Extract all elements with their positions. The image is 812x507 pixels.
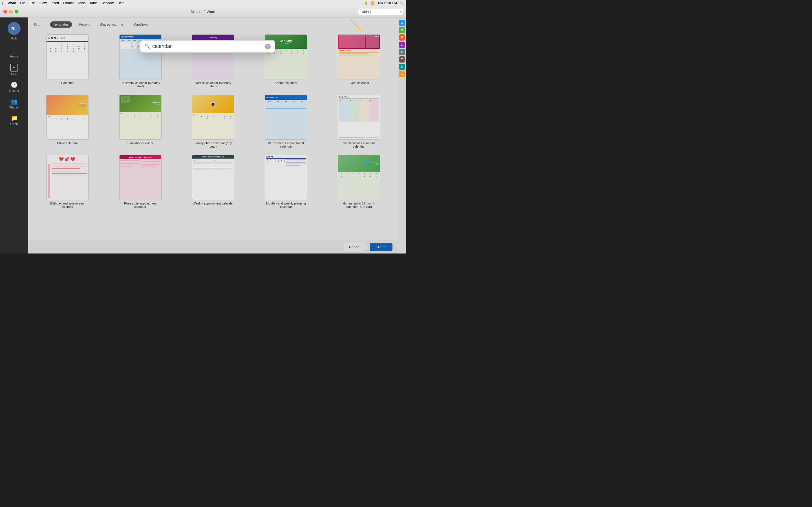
template-name-event: Event calendar	[349, 81, 369, 84]
menubar-help[interactable]: Help	[117, 1, 124, 5]
template-name-small-biz: Small business content calendar	[338, 142, 380, 148]
search-popup: 🔍 ✕	[140, 40, 275, 53]
dock-icon-8[interactable]: ☁	[399, 71, 405, 77]
minimize-button[interactable]	[9, 10, 13, 13]
dock-icon-7[interactable]: S	[399, 64, 405, 70]
open-icon: 📁	[11, 115, 18, 121]
dock-icon-2[interactable]: X	[399, 27, 405, 33]
battery-icon: 🔋	[364, 1, 368, 5]
maximize-button[interactable]	[15, 10, 18, 13]
template-name-rose: Rose suite appointment calendar	[119, 202, 161, 209]
template-name-birthday: Birthday and anniversary calendar	[46, 202, 89, 209]
menubar-view[interactable]: View	[40, 1, 47, 5]
titlebar-search-area: ✕	[358, 9, 403, 15]
titlebar-search-input[interactable]	[358, 9, 403, 15]
template-thumb-snapshot: 🌿 January YEAR Title SMTWTFS 1	[119, 95, 161, 140]
sidebar: RL Rob ⌂ Home + New 🕐 Recent 👥 Shared 📁 …	[0, 17, 28, 253]
menubar-window[interactable]: Window	[101, 1, 114, 5]
content-area: Search: Templates Recent Shared with me …	[28, 17, 398, 253]
titlebar-search-clear-icon[interactable]: ✕	[399, 10, 402, 14]
window-controls	[3, 10, 18, 13]
template-name-snapshot: Snapshot calendar	[128, 142, 153, 145]
sidebar-item-open[interactable]: 📁 Open	[0, 112, 28, 128]
sidebar-item-recent[interactable]: 🕐 Recent	[0, 78, 28, 95]
template-thumb-calendar: JANYEAR SMTWTFS 12345 6789101112 1314151…	[46, 34, 89, 79]
template-name-blue-spheres: Blue spheres appointment calendar	[265, 142, 307, 148]
apple-logo-icon[interactable]: 	[2, 1, 4, 5]
menubar:  Word File Edit View Insert Format Tool…	[0, 0, 406, 6]
sidebar-item-shared[interactable]: 👥 Shared	[0, 95, 28, 112]
template-thumb-birthday: ❤️💕❤️	[46, 155, 89, 200]
right-dock: W X P O N T S ☁	[398, 17, 406, 253]
sidebar-shared-label: Shared	[9, 106, 19, 109]
search-row: Search: Templates Recent Shared with me …	[28, 17, 398, 32]
dock-icon-4[interactable]: O	[399, 42, 405, 48]
window-title: Microsoft Word	[191, 10, 215, 14]
template-thumb-photo: January YEAR Title SMTWTFS 12345	[46, 95, 89, 140]
templates-grid: JANYEAR SMTWTFS 12345 6789101112 1314151…	[28, 32, 398, 240]
recent-icon: 🕐	[11, 81, 18, 88]
tab-onedrive[interactable]: OneDrive	[130, 21, 151, 27]
home-icon: ⌂	[12, 47, 16, 54]
template-event-calendar[interactable]: YEAR January EVENTS	[325, 34, 393, 88]
dock-icon-5[interactable]: N	[399, 49, 405, 55]
template-small-biz[interactable]: Social Media Mon Tue Wed Thu	[325, 95, 393, 148]
tab-shared-with-me[interactable]: Shared with me	[96, 21, 126, 27]
bottom-bar: Cancel Create	[28, 240, 398, 253]
template-snapshot-calendar[interactable]: 🌿 January YEAR Title SMTWTFS 1	[107, 95, 174, 148]
search-menubar-icon[interactable]: 🔍	[400, 1, 404, 5]
template-thumb-family: 👨‍👩‍👧‍👦 January YEAR SMTWTFS 12345	[192, 95, 234, 140]
menubar-table[interactable]: Table	[89, 1, 98, 5]
dock-icon-6[interactable]: T	[399, 56, 405, 62]
template-name-vertical: Vertical calendar (Monday start)	[192, 81, 234, 88]
sidebar-item-new[interactable]: + New	[0, 61, 28, 78]
template-family-calendar[interactable]: 👨‍👩‍👧‍👦 January YEAR SMTWTFS 12345	[180, 95, 247, 148]
close-button[interactable]	[3, 10, 7, 13]
template-weekly[interactable]: WEEK OF (PICK THE DATE) MON TUE	[180, 155, 247, 209]
dock-icon-1[interactable]: W	[399, 20, 405, 26]
tab-templates[interactable]: Templates	[50, 21, 72, 27]
menubar-edit[interactable]: Edit	[30, 1, 36, 5]
template-birthday[interactable]: ❤️💕❤️	[34, 155, 101, 209]
sidebar-recent-label: Recent	[9, 89, 19, 93]
dock-icon-3[interactable]: P	[399, 34, 405, 41]
template-thumb-weekly: WEEK OF (PICK THE DATE) MON TUE	[192, 155, 234, 200]
template-thumb-rose: WEEK OF (PICK THE DATE)	[119, 155, 161, 200]
menubar-tools[interactable]: Tools	[78, 1, 86, 5]
template-thumb-small-biz: Social Media Mon Tue Wed Thu	[338, 95, 380, 140]
create-button[interactable]: Create	[370, 243, 393, 251]
tab-recent[interactable]: Recent	[75, 21, 93, 27]
template-name-banner: Banner calendar	[274, 81, 297, 84]
menubar-insert[interactable]: Insert	[50, 1, 59, 5]
menubar-format[interactable]: Format	[63, 1, 73, 5]
cancel-button[interactable]: Cancel	[343, 243, 366, 251]
menubar-word[interactable]: Word	[8, 1, 16, 5]
sidebar-open-label: Open	[10, 122, 18, 126]
template-name-photo: Photo calendar	[57, 142, 78, 145]
menubar-left:  Word File Edit View Insert Format Tool…	[2, 1, 360, 5]
template-name-monthly-weekly: Monthly and weekly planning calendar	[265, 202, 307, 209]
template-thumb-hummingbird: 🐦 January Year SuMoTuWeThFrSa 12345	[338, 155, 380, 200]
template-name-weekly: Weekly appointment calendar	[193, 202, 234, 205]
shared-icon: 👥	[11, 98, 18, 105]
search-popup-search-icon: 🔍	[144, 44, 150, 49]
titlebar: Microsoft Word ✕	[0, 6, 406, 17]
template-name-horizontal: Horizontal calendar (Monday start)	[119, 81, 161, 88]
template-calendar[interactable]: JANYEAR SMTWTFS 12345 6789101112 1314151…	[34, 34, 101, 88]
template-rose[interactable]: WEEK OF (PICK THE DATE)	[107, 155, 174, 209]
template-photo-calendar[interactable]: January YEAR Title SMTWTFS 12345	[34, 95, 101, 148]
menubar-right: 🔋 📶 Thu 12:34 PM 🔍	[364, 1, 404, 5]
search-popup-input[interactable]	[152, 43, 263, 49]
template-monthly-weekly[interactable]: [MONTH] SMTWTFS 12345 6789101112	[252, 155, 319, 209]
template-hummingbird[interactable]: 🐦 January Year SuMoTuWeThFrSa 12345	[325, 155, 393, 209]
sidebar-home-label: Home	[10, 55, 18, 58]
sidebar-item-home[interactable]: ⌂ Home	[0, 45, 28, 61]
user-name: Rob	[11, 37, 17, 40]
menubar-file[interactable]: File	[20, 1, 26, 5]
search-label: Search:	[34, 22, 47, 27]
sidebar-new-label: New	[11, 72, 17, 76]
main-layout: RL Rob ⌂ Home + New 🕐 Recent 👥 Shared 📁 …	[0, 17, 406, 253]
main-window: Microsoft Word ✕ RL Rob ⌂ Home + New 🕐 R…	[0, 6, 406, 253]
template-blue-spheres[interactable]: ● WEEK OF MON TUE WED THU FRI	[252, 95, 319, 148]
search-popup-clear-button[interactable]: ✕	[265, 44, 271, 49]
